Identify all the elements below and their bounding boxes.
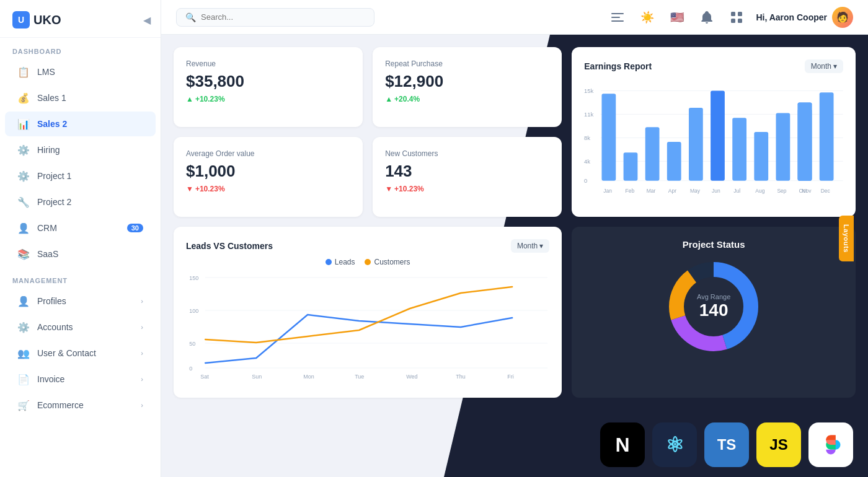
svg-text:Wed: Wed xyxy=(406,374,417,380)
svg-text:Aug: Aug xyxy=(756,188,765,194)
svg-text:Jan: Jan xyxy=(604,188,613,194)
menu-icon-button[interactable] xyxy=(607,7,628,28)
svg-rect-24 xyxy=(755,132,769,181)
repeat-purchase-value: $12,900 xyxy=(385,72,549,91)
svg-text:8k: 8k xyxy=(584,134,590,141)
svg-text:11k: 11k xyxy=(584,111,594,118)
user-contact-icon: 👥 xyxy=(17,347,30,359)
svg-rect-3 xyxy=(731,12,735,16)
sidebar-item-user-contact[interactable]: 👥 User & Contact › xyxy=(5,341,156,365)
leads-legend-dot xyxy=(326,259,332,265)
react-logo[interactable]: ⚛ xyxy=(652,422,697,467)
svg-text:Nov: Nov xyxy=(802,188,812,194)
sidebar-item-profiles[interactable]: 👤 Profiles › xyxy=(5,289,156,313)
svg-text:15k: 15k xyxy=(584,87,594,94)
leads-chart-title: Leads VS Customers xyxy=(186,241,273,251)
svg-rect-18 xyxy=(624,152,638,181)
typescript-logo[interactable]: TS xyxy=(704,422,749,467)
sidebar-item-lms[interactable]: 📋 LMS xyxy=(5,59,156,84)
sales2-icon: 📊 xyxy=(17,118,30,130)
layouts-tab[interactable]: Layouts xyxy=(839,216,854,261)
leads-period-selector[interactable]: Month ▾ xyxy=(511,239,549,253)
svg-text:May: May xyxy=(690,188,701,194)
search-icon: 🔍 xyxy=(185,12,196,22)
notifications-icon-button[interactable] xyxy=(696,7,717,28)
svg-text:Thu: Thu xyxy=(456,374,466,380)
flag-icon[interactable]: 🇺🇸 xyxy=(666,7,688,28)
hiring-icon: ⚙️ xyxy=(17,144,30,156)
search-input[interactable] xyxy=(201,12,365,22)
accounts-chevron-icon: › xyxy=(141,323,143,331)
earnings-header: Earnings Report Month ▾ xyxy=(584,59,843,73)
earnings-title: Earnings Report xyxy=(584,61,652,71)
lms-icon: 📋 xyxy=(17,66,30,78)
logo-icon: U xyxy=(12,11,30,28)
svg-rect-28 xyxy=(798,109,812,181)
svg-text:4k: 4k xyxy=(584,158,590,165)
accounts-icon: ⚙️ xyxy=(17,321,30,333)
earnings-bar-chart: 15k 11k 8k 4k 0 xyxy=(584,81,843,204)
customers-legend-item: Customers xyxy=(365,258,410,266)
tech-logos-row: N ⚛ TS JS xyxy=(444,413,868,477)
project-status-donut: Avg Range 140 xyxy=(664,257,763,356)
svg-rect-22 xyxy=(711,90,725,180)
svg-text:Fri: Fri xyxy=(507,374,514,380)
user-greeting[interactable]: Hi, Aaron Cooper 🧑 xyxy=(756,7,853,28)
svg-text:50: 50 xyxy=(189,341,195,347)
avg-order-label: Average Order value xyxy=(186,149,350,158)
sidebar-collapse-button[interactable]: ◀ xyxy=(143,14,151,26)
sidebar-item-sales1[interactable]: 💰 Sales 1 xyxy=(5,85,156,110)
section-label-management: MANAGEMENT xyxy=(0,267,161,288)
sidebar-item-hiring[interactable]: ⚙️ Hiring xyxy=(5,138,156,162)
javascript-logo[interactable]: JS xyxy=(756,422,801,467)
svg-rect-21 xyxy=(689,108,703,181)
new-customers-down-arrow-icon: ▼ xyxy=(385,185,392,193)
revenue-change: ▲ +10.23% xyxy=(186,95,350,103)
sidebar-item-ecommerce[interactable]: 🛒 Ecommerce › xyxy=(5,393,156,418)
repeat-purchase-up-arrow-icon: ▲ xyxy=(385,95,392,103)
earnings-period-selector[interactable]: Month ▾ xyxy=(805,59,843,73)
svg-text:Jun: Jun xyxy=(712,188,720,194)
sales1-icon: 💰 xyxy=(17,92,30,104)
main-content: Revenue $35,800 ▲ +10.23% Repeat Purchas… xyxy=(161,35,868,477)
new-customers-value: 143 xyxy=(385,162,549,181)
sidebar: U UKO ◀ DASHBOARD 📋 LMS 💰 Sales 1 📊 Sale… xyxy=(0,0,161,477)
sidebar-item-crm[interactable]: 👤 CRM 30 xyxy=(5,216,156,240)
avg-order-down-arrow-icon: ▼ xyxy=(186,185,193,193)
project2-icon: 🔧 xyxy=(17,196,30,208)
svg-rect-23 xyxy=(733,118,747,181)
crm-icon: 👤 xyxy=(17,222,30,234)
sidebar-item-project1[interactable]: ⚙️ Project 1 xyxy=(5,164,156,188)
crm-badge: 30 xyxy=(127,224,143,232)
avg-order-card: Average Order value $1,000 ▼ +10.23% xyxy=(174,137,363,217)
invoice-chevron-icon: › xyxy=(141,375,143,383)
revenue-card: Revenue $35,800 ▲ +10.23% xyxy=(174,47,363,127)
sidebar-item-invoice[interactable]: 📄 Invoice › xyxy=(5,367,156,392)
svg-text:100: 100 xyxy=(189,308,198,314)
leads-legend-label: Leads xyxy=(335,258,355,266)
svg-rect-1 xyxy=(611,17,620,18)
theme-toggle-button[interactable]: ☀️ xyxy=(637,7,658,28)
nextjs-logo[interactable]: N xyxy=(600,422,645,467)
saas-icon: 📚 xyxy=(17,248,30,260)
new-customers-change: ▼ +10.23% xyxy=(385,185,549,193)
svg-text:0: 0 xyxy=(189,365,192,372)
sidebar-item-project2[interactable]: 🔧 Project 2 xyxy=(5,190,156,214)
ecommerce-chevron-icon: › xyxy=(141,401,143,409)
svg-text:0: 0 xyxy=(584,177,587,184)
sidebar-item-saas[interactable]: 📚 SaaS xyxy=(5,242,156,266)
apps-grid-icon-button[interactable] xyxy=(726,7,747,28)
revenue-value: $35,800 xyxy=(186,72,350,91)
brand-logo: U UKO xyxy=(12,11,61,28)
sidebar-item-accounts[interactable]: ⚙️ Accounts › xyxy=(5,315,156,339)
svg-text:Sat: Sat xyxy=(200,374,209,380)
svg-rect-2 xyxy=(611,20,624,22)
profiles-icon: 👤 xyxy=(17,295,30,307)
svg-rect-6 xyxy=(738,19,742,23)
project-status-title: Project Status xyxy=(683,239,745,250)
sidebar-item-sales2[interactable]: 📊 Sales 2 xyxy=(5,112,156,136)
figma-logo[interactable] xyxy=(808,422,853,467)
repeat-purchase-change: ▲ +20.4% xyxy=(385,95,549,103)
customers-legend-label: Customers xyxy=(374,258,410,266)
search-box[interactable]: 🔍 xyxy=(176,8,374,27)
